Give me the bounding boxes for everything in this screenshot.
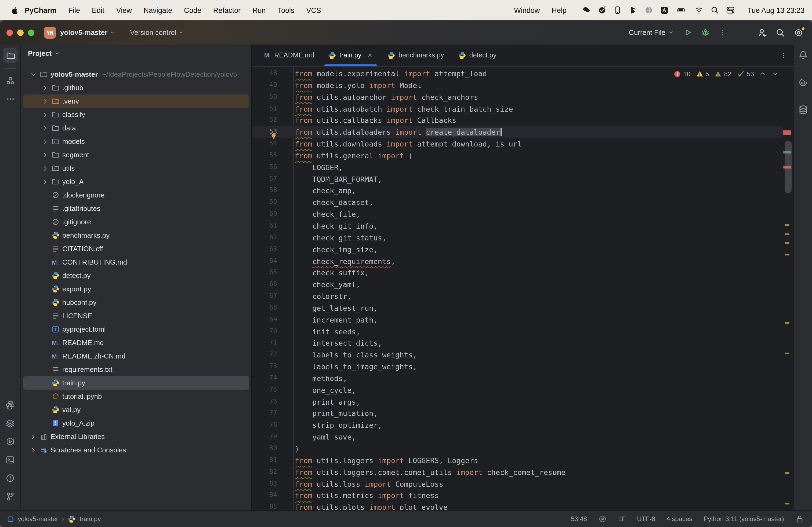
hidden-tabs-button[interactable]: [780, 45, 794, 66]
tab-train.py[interactable]: train.py: [321, 45, 380, 66]
code-line-68[interactable]: 68 get_latest_run,: [252, 302, 783, 314]
stripe-mark[interactable]: [785, 242, 789, 244]
menu-item-tools[interactable]: Tools: [272, 6, 300, 14]
line-number[interactable]: 69: [252, 314, 293, 326]
tree-chevron[interactable]: [40, 138, 50, 145]
indent-widget[interactable]: 4 spaces: [666, 515, 692, 523]
tab-benchmarks.py[interactable]: benchmarks.py: [380, 45, 451, 66]
apple-menu-icon[interactable]: [11, 6, 19, 15]
menu-item-vcs[interactable]: VCS: [300, 6, 327, 14]
code-line-57[interactable]: 57 TQDM_BAR_FORMAT,: [252, 173, 783, 185]
tree-item-.github[interactable]: .github: [23, 81, 249, 94]
checkmark-app-icon[interactable]: [598, 6, 606, 15]
project-selector[interactable]: yolov5-master: [60, 28, 116, 36]
code-line-71[interactable]: 71 intersect_dicts,: [252, 337, 783, 349]
menu-item-file[interactable]: File: [62, 6, 86, 14]
tree-item-yolo_A.zip[interactable]: yolo_A.zip: [23, 417, 249, 430]
tree-item-yolov5-master[interactable]: yolov5-master~/IdeaProjects/PeopleFlowDe…: [23, 67, 249, 81]
stripe-mark[interactable]: [785, 234, 789, 235]
menu-clock[interactable]: Tue Aug 13 23:23: [748, 6, 804, 14]
encoding-widget[interactable]: UTF-8: [637, 515, 655, 523]
code-line-59[interactable]: 59 check_dataset,: [252, 197, 783, 209]
code-line-77[interactable]: 77 print_mutation,: [252, 408, 783, 419]
line-number[interactable]: 74: [252, 373, 293, 384]
code-line-72[interactable]: 72 labels_to_class_weights,: [252, 349, 783, 361]
line-number[interactable]: 60: [252, 208, 293, 220]
menu-item-run[interactable]: Run: [246, 6, 272, 14]
code-line-51[interactable]: 51from utils.autobatch import check_trai…: [252, 103, 783, 115]
line-number[interactable]: 61: [252, 220, 293, 232]
tree-chevron[interactable]: [28, 71, 38, 78]
chat-icon[interactable]: [582, 6, 591, 15]
line-number[interactable]: 49: [252, 79, 293, 91]
run-configuration-selector[interactable]: Current File: [629, 28, 675, 36]
close-window-button[interactable]: [6, 29, 13, 36]
tree-item-pyproject.toml[interactable]: pyproject.toml: [23, 322, 249, 336]
git-branch-button[interactable]: [3, 489, 18, 504]
line-number[interactable]: 66: [252, 278, 293, 290]
tree-item-export.py[interactable]: export.py: [23, 282, 249, 296]
layers-button[interactable]: [3, 416, 18, 431]
line-number[interactable]: 78: [252, 419, 293, 431]
code-line-85[interactable]: 85from utils.plots import plot_evolve: [252, 501, 783, 510]
code-line-79[interactable]: 79 yaml_save,: [252, 431, 783, 443]
code-line-83[interactable]: 83from utils.loss import ComputeLoss: [252, 478, 783, 490]
code-line-66[interactable]: 66 check_yaml,: [252, 278, 783, 290]
code-line-75[interactable]: 75 one_cycle,: [252, 384, 783, 396]
code-line-80[interactable]: 80): [252, 443, 783, 454]
tree-item-detect.py[interactable]: detect.py: [23, 269, 249, 282]
line-number[interactable]: 62: [252, 232, 293, 244]
stripe-mark[interactable]: [785, 322, 789, 323]
tree-item-data[interactable]: data: [23, 121, 249, 135]
more-button[interactable]: [3, 91, 18, 106]
line-number[interactable]: 59: [252, 197, 293, 209]
line-number[interactable]: 50: [252, 91, 293, 103]
tree-item-segment[interactable]: segment: [23, 148, 249, 162]
device-icon[interactable]: [613, 6, 622, 15]
line-number[interactable]: 76: [252, 396, 293, 408]
errors-count[interactable]: 10: [673, 70, 690, 77]
search-everywhere-button[interactable]: [775, 28, 785, 37]
code-line-50[interactable]: 50from utils.autoanchor import check_anc…: [252, 91, 783, 103]
wifi-icon[interactable]: [694, 6, 704, 15]
stripe-mark[interactable]: [785, 224, 789, 226]
menu-item-code[interactable]: Code: [178, 6, 207, 14]
stripe-mark[interactable]: [785, 254, 789, 255]
code-line-53[interactable]: 53from utils.dataloaders import create_d…: [252, 126, 783, 138]
inspections-widget[interactable]: 10 5 82 53: [673, 70, 779, 78]
tab-README.md[interactable]: M↓README.md: [257, 45, 321, 66]
close-tab-icon[interactable]: [367, 52, 373, 59]
ai-assistant-button[interactable]: [796, 75, 811, 90]
line-number[interactable]: 57: [252, 173, 293, 185]
code-line-63[interactable]: 63 check_img_size,: [252, 243, 783, 255]
unlock-icon[interactable]: [795, 515, 804, 523]
line-number[interactable]: 81: [252, 454, 293, 466]
tree-item-CONTRIBUTING.md[interactable]: M↓CONTRIBUTING.md: [23, 255, 249, 269]
tree-item-classify[interactable]: classify: [23, 108, 249, 121]
next-problem-button[interactable]: [772, 70, 779, 77]
code-line-74[interactable]: 74 methods,: [252, 373, 783, 384]
tree-chevron[interactable]: [40, 178, 50, 185]
typos-count[interactable]: 53: [737, 70, 754, 78]
code-line-52[interactable]: 52from utils.callbacks import Callbacks: [252, 115, 783, 126]
tree-chevron[interactable]: [40, 124, 50, 132]
tree-item-models[interactable]: models: [23, 135, 249, 148]
menu-item-edit[interactable]: Edit: [86, 6, 110, 14]
code-line-62[interactable]: 62 check_git_status,: [252, 232, 783, 244]
menu-item-navigate[interactable]: Navigate: [138, 6, 178, 14]
tree-item-README.md[interactable]: M↓README.md: [23, 336, 249, 349]
line-ending-widget[interactable]: LF: [618, 515, 626, 523]
battery-icon[interactable]: [676, 6, 687, 15]
stripe-mark[interactable]: [783, 131, 791, 135]
structure-button[interactable]: [3, 73, 18, 88]
line-number[interactable]: 85: [252, 501, 293, 510]
vcs-menu-button[interactable]: Version control: [130, 28, 185, 36]
tree-item-yolo_A[interactable]: yolo_A: [23, 175, 249, 189]
line-number[interactable]: 67: [252, 290, 293, 302]
code-editor[interactable]: 48from models.experimental import attemp…: [252, 66, 794, 510]
breadcrumb-project[interactable]: yolov5-master: [18, 515, 58, 523]
line-number[interactable]: 84: [252, 490, 293, 501]
tree-item-benchmarks.py[interactable]: benchmarks.py: [23, 229, 249, 242]
code-line-58[interactable]: 58 check_amp,: [252, 185, 783, 197]
tree-chevron[interactable]: [28, 446, 38, 454]
